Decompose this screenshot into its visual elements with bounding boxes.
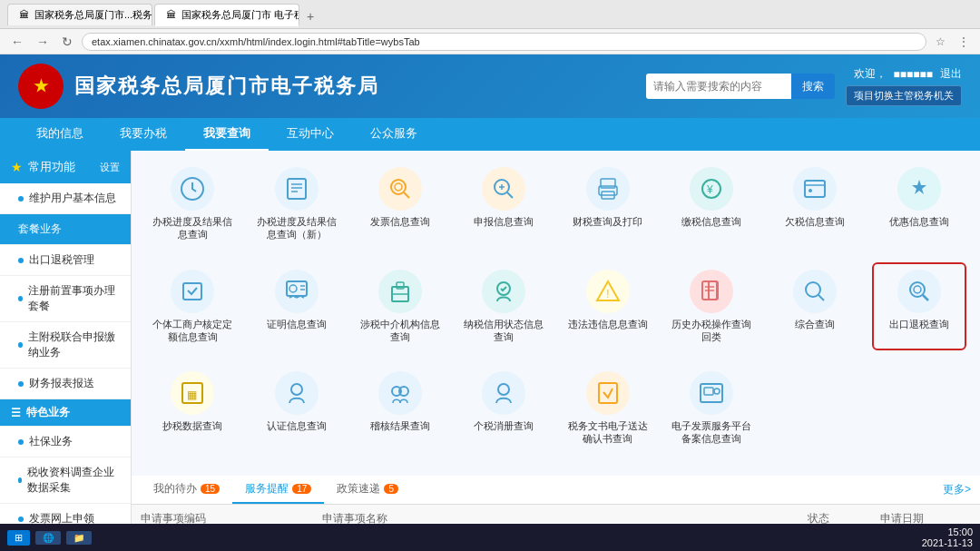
sidebar-title: 常用功能 (28, 159, 75, 175)
icon-agency-query[interactable]: 涉税中介机构信息查询 (353, 262, 447, 351)
tab-policy[interactable]: 政策速递 5 (324, 476, 411, 504)
sidebar-item-social[interactable]: 社保业务 (0, 427, 131, 458)
back-button[interactable]: ← (7, 33, 27, 51)
empty-space (768, 364, 966, 453)
icon-finance-print[interactable]: 财税查询及打印 (561, 160, 655, 249)
icon-credit-query[interactable]: 纳税信用状态信息查询 (456, 262, 551, 351)
icon-einvoice-query[interactable]: 电子发票服务平台备案信息查询 (664, 364, 759, 453)
settings-icon[interactable]: ⋮ (955, 34, 973, 50)
svg-rect-45 (704, 388, 713, 395)
pending-badge: 15 (201, 484, 220, 494)
bookmark-icon[interactable]: ☆ (932, 34, 949, 50)
sidebar-item-userinfo[interactable]: 维护用户基本信息 (0, 183, 131, 214)
icon-circle-r3-1: ▦ (171, 371, 214, 415)
sidebar-header: ★ 常用功能 设置 (0, 151, 131, 183)
icon-taxdoc-query[interactable]: 税务文书电子送达确认书查询 (561, 364, 655, 453)
sidebar-item-taxdata[interactable]: 税收资料调查企业数据采集 (0, 458, 131, 504)
svg-point-42 (498, 384, 509, 395)
icon-violation-query[interactable]: ! 违法违信息息查询 (561, 262, 655, 351)
sidebar-item-tax-report[interactable]: 主附税联合申报缴纳业务 (0, 322, 131, 369)
svg-point-39 (291, 384, 302, 395)
icon-circle-r3-2 (275, 371, 318, 415)
icon-grid-row3: ▦ 抄税数据查询 认证信息查询 稽核结果查询 (145, 364, 966, 453)
browser-chrome: 🏛 国家税务总局厦门市...税务局 ✕ 🏛 国家税务总局厦门市 电子税务局 ✕ … (0, 0, 980, 29)
icon-circle-8 (897, 167, 941, 211)
icon-circle-r3-3 (378, 371, 422, 415)
search-button[interactable]: 搜索 (791, 74, 835, 99)
icon-debt-query[interactable]: 欠税信息查询 (768, 160, 862, 249)
tab-taxwork[interactable]: 我要办税 (102, 118, 185, 151)
forward-button[interactable]: → (33, 33, 53, 51)
taskbar-icon-1: 🌐 (43, 533, 54, 543)
icon-cert-query[interactable]: 证明信息查询 (249, 262, 343, 351)
icon-audit-query[interactable]: 稽核结果查询 (353, 364, 447, 453)
taskbar-clock: 15:00 2021-11-13 (922, 526, 973, 548)
switch-org-button[interactable]: 项目切换主管税务机关 (846, 85, 962, 106)
icon-label-r3-4: 个税消册查询 (474, 419, 534, 432)
logout-button[interactable]: 退出 (940, 66, 962, 82)
welcome-top: 欢迎， ■■■■■■ 退出 (854, 66, 963, 82)
taskbar-item-2[interactable]: 📁 (66, 531, 92, 545)
sidebar-header-left: ★ 常用功能 (11, 159, 75, 175)
icon-personal-tax-query[interactable]: 个税消册查询 (456, 364, 551, 453)
icon-label-6: 缴税信息查询 (681, 215, 741, 228)
tab-reminder[interactable]: 服务提醒 17 (232, 476, 324, 504)
browser-tab-2[interactable]: 🏛 国家税务总局厦门市 电子税务局 ✕ (154, 4, 299, 26)
icon-circle-r2-8 (897, 270, 941, 313)
sidebar-label-special: 特色业务 (26, 405, 70, 420)
address-input[interactable] (82, 33, 926, 51)
icon-history-query[interactable]: 历史办税操作查询回类 (664, 262, 759, 351)
sidebar-item-export[interactable]: 出口退税管理 (0, 245, 131, 276)
svg-rect-1 (288, 179, 306, 199)
icon-label-2: 办税进度及结果信息查询（新） (252, 215, 339, 241)
icon-circle-r2-7 (793, 270, 837, 313)
icon-label-r2-6: 历史办税操作查询回类 (668, 318, 755, 344)
icon-circle-r3-5 (586, 371, 630, 415)
icon-payment-query[interactable]: ¥ 缴税信息查询 (664, 160, 759, 249)
icon-label-3: 发票信息查询 (370, 215, 430, 228)
icon-circle-r2-2 (275, 270, 318, 313)
sidebar-item-finance[interactable]: 财务报表报送 (0, 369, 131, 399)
svg-line-9 (507, 192, 513, 198)
icon-label-r3-1: 抄税数据查询 (162, 419, 222, 432)
refresh-button[interactable]: ↻ (58, 33, 76, 51)
address-bar-row: ← → ↻ ☆ ⋮ (0, 29, 980, 54)
svg-point-19 (808, 189, 812, 192)
icon-benefit-query[interactable]: 优惠信息查询 (872, 160, 966, 249)
svg-rect-43 (599, 383, 617, 403)
icon-export-refund-query[interactable]: 出口退税查询 (872, 262, 966, 351)
tab-reminder-label: 服务提醒 (245, 481, 289, 497)
welcome-area: 欢迎， ■■■■■■ 退出 项目切换主管税务机关 (846, 66, 962, 106)
icon-invoice-query[interactable]: 发票信息查询 (353, 160, 447, 249)
icon-tax-progress[interactable]: 办税进度及结果信息查询 (145, 160, 240, 249)
clock-date: 2021-11-13 (922, 537, 973, 548)
tab-public[interactable]: 公众服务 (352, 118, 436, 151)
icon-label-r2-3: 涉税中介机构信息查询 (357, 318, 444, 344)
sidebar-item-package[interactable]: 套餐业务 (0, 214, 131, 245)
icon-individual-query[interactable]: 个体工商户核定定额信息查询 (145, 262, 240, 351)
icon-report-query[interactable]: 申报信息查询 (456, 160, 551, 249)
more-link[interactable]: 更多> (943, 482, 971, 497)
sidebar-setting-btn[interactable]: 设置 (100, 161, 120, 174)
tab-label-2: 国家税务总局厦门市 电子税务局 (181, 8, 299, 22)
reminder-badge: 17 (292, 484, 311, 494)
icon-auth-query[interactable]: 认证信息查询 (249, 364, 343, 453)
tab-query[interactable]: 我要查询 (185, 118, 269, 151)
bottom-tabs-bar: 我的待办 15 服务提醒 17 政策速递 5 更多> (132, 476, 980, 505)
svg-line-6 (404, 192, 409, 198)
browser-tab-1[interactable]: 🏛 国家税务总局厦门市...税务局 ✕ (7, 4, 152, 25)
new-tab-button[interactable]: + (301, 7, 319, 25)
icon-copy-tax-query[interactable]: ▦ 抄税数据查询 (145, 364, 240, 453)
icon-general-query[interactable]: 综合查询 (768, 262, 862, 351)
svg-text:¥: ¥ (706, 183, 713, 196)
icon-circle-2 (275, 167, 318, 211)
tab-myinfo[interactable]: 我的信息 (18, 118, 102, 151)
tab-interaction[interactable]: 互动中心 (269, 118, 352, 151)
start-button[interactable]: ⊞ (7, 530, 30, 546)
sidebar-item-register[interactable]: 注册前置事项办理套餐 (0, 276, 131, 322)
icon-label-7: 欠税信息查询 (785, 215, 845, 228)
tab-pending[interactable]: 我的待办 15 (141, 476, 232, 504)
icon-tax-progress-new[interactable]: 办税进度及结果信息查询（新） (249, 160, 343, 249)
search-input[interactable] (646, 74, 791, 99)
taskbar-item-1[interactable]: 🌐 (35, 531, 61, 545)
